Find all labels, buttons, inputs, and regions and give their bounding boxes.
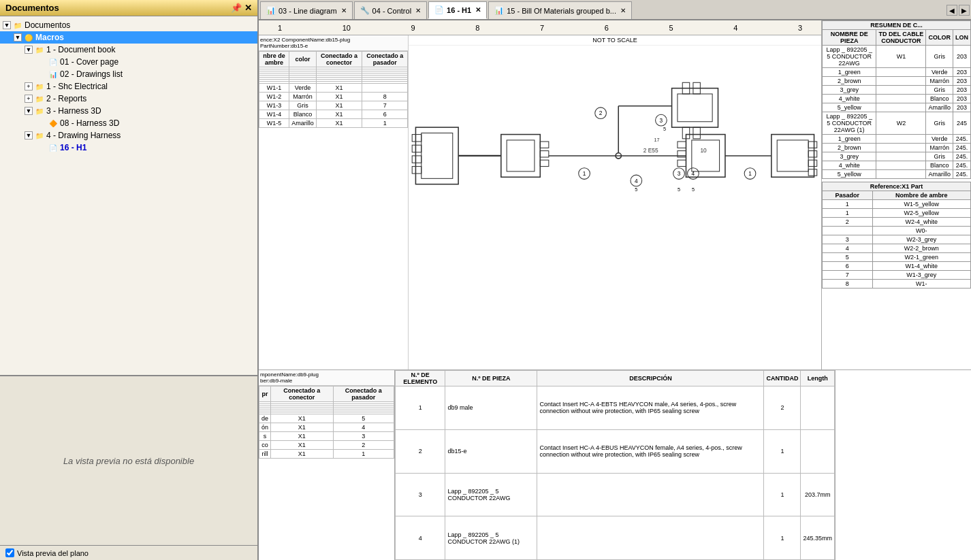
summary-row: Lapp _ 892205 _ 5 CONDUCTOR 22AWG (1) W2… xyxy=(823,112,971,135)
right-panel: 📊 03 - Line diagram ✕ 🔧 04 - Control ✕ 📄… xyxy=(259,0,971,560)
expand-documentos[interactable]: ▼ xyxy=(3,21,11,29)
tab-03[interactable]: 📊 03 - Line diagram ✕ xyxy=(260,1,353,19)
col-pasador: Pasador xyxy=(823,191,873,200)
bom-row-1: 1 db9 male Contact Insert HC-A 4-EBTS HE… xyxy=(396,386,835,430)
svg-text:5: 5 xyxy=(635,186,637,193)
schematic-svg: 2 3 5 xyxy=(409,46,821,369)
bom-row-4: 4 Lapp _ 892205 _ 5 CONDUCTOR 22AWG (1) … xyxy=(396,516,835,560)
tab-04-icon: 🔧 xyxy=(360,6,370,15)
tree-item-harness3d[interactable]: ▼ 📁 3 - Harness 3D xyxy=(0,105,257,117)
reference-x1-table: Reference:X1 Part Pasador Nombre de ambr… xyxy=(822,182,971,289)
svg-text:3: 3 xyxy=(660,117,663,124)
ref-row: 7W1-3_grey xyxy=(823,271,971,280)
folder-icon: 📁 xyxy=(34,44,45,55)
tree-item-documentos[interactable]: ▼ 📁 Documentos xyxy=(0,19,257,31)
svg-text:1: 1 xyxy=(583,170,586,177)
table-row: ónX14 xyxy=(259,423,394,432)
ref-x1-title: Reference:X1 Part xyxy=(823,182,971,191)
svg-text:2 E55: 2 E55 xyxy=(643,147,658,154)
tab-15-label: 15 - Bill Of Materials grouped b... xyxy=(507,7,616,15)
svg-rect-34 xyxy=(771,135,814,178)
panel-header-icons: 📌 ✕ xyxy=(231,3,252,13)
tree-item-drawingharness[interactable]: ▼ 📁 4 - Drawing Harness xyxy=(0,129,257,142)
tab-03-icon: 📊 xyxy=(266,6,276,15)
tree-item-drawingslist[interactable]: 📊 02 - Drawings list xyxy=(0,68,257,80)
expand-docbook[interactable]: ▼ xyxy=(25,46,33,54)
spacer xyxy=(38,58,46,66)
tree-item-reports[interactable]: + 📁 2 - Reports xyxy=(0,93,257,105)
ruler-5: 5 xyxy=(669,24,673,32)
expand-shc[interactable]: + xyxy=(25,82,33,90)
col-td-cable: TD DEL CABLE CONDUCTOR xyxy=(876,30,926,46)
expand-reports[interactable]: + xyxy=(25,95,33,103)
table-row: W1-2MarrónX18 xyxy=(259,93,408,101)
ruler-9: 9 xyxy=(411,24,415,32)
tab-prev-btn[interactable]: ◀ xyxy=(946,5,957,16)
bom-left-header: mponentName:db9-plug ber:db9-male xyxy=(259,370,394,386)
tab-15[interactable]: 📊 15 - Bill Of Materials grouped b... ✕ xyxy=(488,1,632,19)
ruler-3: 3 xyxy=(798,24,802,32)
bom-right-panel xyxy=(835,370,971,560)
bom-row-3: 3 Lapp _ 892205 _ 5 CONDUCTOR 22AWG 1 20… xyxy=(396,473,835,516)
tree-item-docbook[interactable]: ▼ 📁 1 - Document book xyxy=(0,44,257,56)
expand-harness3d[interactable]: ▼ xyxy=(25,107,33,115)
tab-04[interactable]: 🔧 04 - Control ✕ xyxy=(354,1,427,19)
col-elemento: N.º DE ELEMENTO xyxy=(396,371,445,386)
tab-16-close[interactable]: ✕ xyxy=(475,6,481,14)
svg-text:5: 5 xyxy=(678,186,680,193)
tree-label-docbook: 1 - Document book xyxy=(46,45,115,54)
pin-icon[interactable]: 📌 xyxy=(231,3,242,13)
svg-rect-4 xyxy=(412,156,421,163)
bom-left-ref: mponentName:db9-plug xyxy=(260,372,393,378)
tab-04-label: 04 - Control xyxy=(372,7,411,15)
summary-row: 3_grey Gris 245. xyxy=(823,152,971,161)
svg-text:4: 4 xyxy=(635,178,638,184)
bom-left-part: ber:db9-male xyxy=(260,378,393,384)
tree-item-macros[interactable]: ▼ 🟡 Macros xyxy=(0,31,257,44)
col-pieza: N.º DE PIEZA xyxy=(445,371,537,386)
svg-text:1: 1 xyxy=(748,170,752,177)
summary-row: 4_white Blanco 203 xyxy=(823,95,971,103)
tree-item-shcelectrical[interactable]: + 📁 1 - Shc Electrical xyxy=(0,80,257,93)
table-row: deX15 xyxy=(259,414,394,423)
tree-label-coverpage: 01 - Cover page xyxy=(60,57,118,67)
tab-next-btn[interactable]: ▶ xyxy=(959,5,970,16)
tab-16[interactable]: 📄 16 - H1 ✕ xyxy=(428,1,487,19)
col-length: Length xyxy=(801,371,835,386)
table-row: W1-4BlancoX16 xyxy=(259,110,408,119)
tab-04-close[interactable]: ✕ xyxy=(415,7,421,14)
panel-header: Documentos 📌 ✕ xyxy=(0,0,257,16)
vista-previa-section: Vista previa del plano xyxy=(0,545,257,560)
harness3d-icon: 🔶 xyxy=(48,118,59,129)
vista-previa-checkbox[interactable] xyxy=(5,548,14,557)
tree-label-harness3d-08: 08 - Harness 3D xyxy=(60,118,119,128)
svg-text:10: 10 xyxy=(700,147,707,154)
svg-rect-8 xyxy=(507,140,535,171)
tab-15-close[interactable]: ✕ xyxy=(620,7,626,14)
ref-row: 1W2-5_yellow xyxy=(823,209,971,218)
tree-item-16h1[interactable]: 📄 16 - H1 xyxy=(0,142,257,154)
col-color: COLOR xyxy=(926,30,953,46)
svg-rect-17 xyxy=(678,94,712,122)
close-panel-icon[interactable]: ✕ xyxy=(244,3,252,13)
drawing-canvas[interactable]: 1 10 9 8 7 6 5 4 3 ence:X2 ComponentName… xyxy=(259,20,821,369)
tree-label-shc: 1 - Shc Electrical xyxy=(46,82,108,91)
summary-row: 5_yellow Amarillo 245. xyxy=(823,170,971,179)
table-row: rillX11 xyxy=(259,450,394,459)
expand-macros[interactable]: ▼ xyxy=(14,33,22,42)
tab-03-close[interactable]: ✕ xyxy=(341,7,347,14)
tree-item-harness3d-08[interactable]: 🔶 08 - Harness 3D xyxy=(0,117,257,129)
expand-drawingharness[interactable]: ▼ xyxy=(25,131,33,139)
not-to-scale-label: NOT TO SCALE xyxy=(409,35,821,46)
svg-rect-30 xyxy=(678,142,686,148)
svg-text:3: 3 xyxy=(678,170,681,177)
ruler-8: 8 xyxy=(475,24,479,32)
folder-icon: 📁 xyxy=(34,93,45,104)
svg-rect-21 xyxy=(693,127,700,139)
tree-item-coverpage[interactable]: 📄 01 - Cover page xyxy=(0,56,257,68)
tab-16-label: 16 - H1 xyxy=(447,6,471,14)
vista-previa-label: Vista previa del plano xyxy=(17,549,89,557)
table-icon: 📊 xyxy=(48,69,59,80)
ruler-7: 7 xyxy=(540,24,544,32)
connector-x2-header: ence:X2 ComponentName:db15-plug PartNumb… xyxy=(259,35,408,51)
